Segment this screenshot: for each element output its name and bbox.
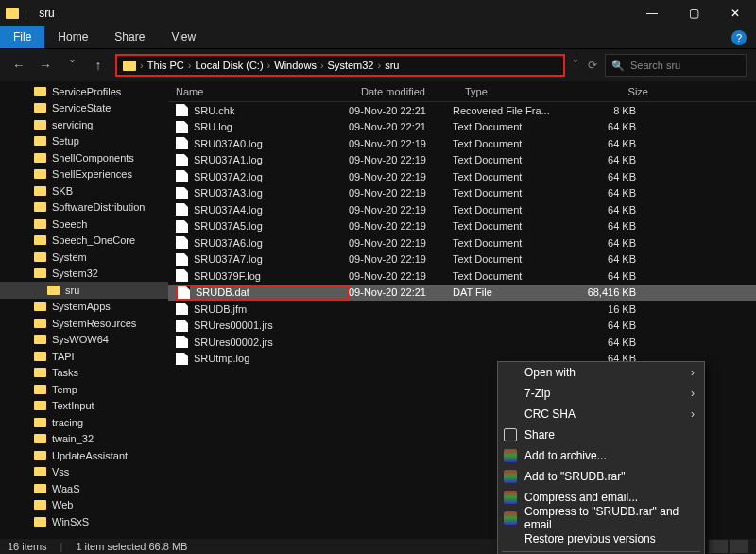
tree-label: sru	[65, 285, 79, 296]
tree-item[interactable]: WinSxS	[0, 513, 168, 530]
file-icon	[176, 253, 188, 266]
tree-item[interactable]: Setup	[0, 133, 168, 150]
menu-item[interactable]: 7-Zip›	[498, 383, 704, 404]
menu-item[interactable]: Restore previous versions	[498, 528, 704, 549]
tree-item[interactable]: ServiceProfiles	[0, 83, 168, 100]
help-button[interactable]: ?	[731, 30, 747, 45]
tree-item[interactable]: Speech_OneCore	[0, 233, 168, 250]
tree-item[interactable]: SystemResources	[0, 315, 168, 332]
file-row[interactable]: SRU037A2.log09-Nov-20 22:19Text Document…	[168, 168, 756, 185]
file-row[interactable]: SRU037A0.log09-Nov-20 22:19Text Document…	[168, 135, 756, 152]
file-row[interactable]: SRUres00002.jrs64 KB	[168, 334, 756, 351]
folder-icon	[34, 235, 46, 245]
col-name[interactable]: Name	[176, 86, 361, 97]
tree-item[interactable]: sru	[0, 282, 168, 299]
folder-icon	[34, 268, 46, 278]
tab-file[interactable]: File	[0, 26, 44, 48]
tree-item[interactable]: Vss	[0, 464, 168, 481]
tree-item[interactable]: SoftwareDistribution	[0, 199, 168, 216]
tree-item[interactable]: System	[0, 249, 168, 266]
tree-item[interactable]: UpdateAssistant	[0, 447, 168, 464]
search-box[interactable]: 🔍 Search sru	[605, 54, 747, 77]
address-bar[interactable]: › This PC› Local Disk (C:)› Windows› Sys…	[115, 54, 565, 77]
maximize-button[interactable]: ▢	[673, 0, 714, 26]
file-row[interactable]: SRU.chk09-Nov-20 22:21Recovered File Fra…	[168, 102, 756, 119]
file-row[interactable]: SRU037A7.log09-Nov-20 22:19Text Document…	[168, 251, 756, 268]
refresh-button[interactable]: ⟳	[588, 59, 597, 72]
tree-item[interactable]: System32	[0, 266, 168, 283]
status-selected: 1 item selected 66.8 MB	[76, 541, 187, 552]
crumb[interactable]: This PC	[147, 60, 184, 71]
file-list[interactable]: Name Date modified Type Size SRU.chk09-N…	[168, 81, 756, 539]
qat-divider: |	[25, 7, 27, 20]
nav-back-button[interactable]: ←	[9, 58, 28, 73]
view-details-button[interactable]	[709, 540, 728, 553]
tree-item[interactable]: ShellExperiences	[0, 166, 168, 183]
col-size[interactable]: Size	[588, 86, 663, 97]
tree-item[interactable]: WaaS	[0, 480, 168, 497]
file-row[interactable]: SRU037A1.log09-Nov-20 22:19Text Document…	[168, 152, 756, 169]
file-row[interactable]: SRU0379F.log09-Nov-20 22:19Text Document…	[168, 268, 756, 285]
file-row[interactable]: SRUres00001.jrs64 KB	[168, 318, 756, 335]
file-type: Text Document	[453, 138, 576, 149]
file-row[interactable]: SRU037A6.log09-Nov-20 22:19Text Document…	[168, 234, 756, 251]
menu-item[interactable]: Add to "SRUDB.rar"	[498, 466, 704, 487]
tree-item[interactable]: SKB	[0, 182, 168, 199]
file-row[interactable]: SRU.log09-Nov-20 22:21Text Document64 KB	[168, 119, 756, 136]
menu-item[interactable]: Open with›	[498, 362, 704, 383]
close-button[interactable]: ✕	[714, 0, 756, 26]
nav-history-button[interactable]: ˅	[62, 58, 81, 73]
folder-icon	[34, 500, 46, 510]
minimize-button[interactable]: —	[631, 0, 673, 26]
menu-label: Add to "SRUDB.rar"	[524, 470, 626, 483]
tree-item[interactable]: servicing	[0, 116, 168, 133]
menu-separator	[502, 551, 700, 552]
nav-up-button[interactable]: ↑	[89, 58, 108, 73]
tab-share[interactable]: Share	[101, 26, 158, 48]
crumb[interactable]: Windows	[274, 60, 317, 71]
tree-item[interactable]: Web	[0, 497, 168, 514]
file-row[interactable]: SRU037A3.log09-Nov-20 22:19Text Document…	[168, 185, 756, 202]
tree-item[interactable]: ServiceState	[0, 100, 168, 117]
file-name: SRUres00001.jrs	[194, 320, 273, 331]
nav-forward-button[interactable]: →	[36, 58, 55, 73]
tree-label: WaaS	[52, 483, 80, 494]
tree-item[interactable]: twain_32	[0, 431, 168, 448]
crumb[interactable]: System32	[328, 60, 374, 71]
col-date[interactable]: Date modified	[361, 86, 465, 97]
folder-icon	[34, 319, 46, 328]
file-icon	[176, 320, 188, 332]
addr-dropdown-button[interactable]: ˅	[573, 59, 578, 72]
file-date: 09-Nov-20 22:19	[349, 171, 453, 182]
tree-item[interactable]: SystemApps	[0, 299, 168, 316]
crumb[interactable]: Local Disk (C:)	[195, 60, 263, 71]
menu-item[interactable]: Add to archive...	[498, 445, 704, 466]
file-row[interactable]: SRUDB.jfm16 KB	[168, 301, 756, 318]
menu-item[interactable]: Compress to "SRUDB.rar" and email	[498, 508, 704, 528]
tree-item[interactable]: SysWOW64	[0, 332, 168, 349]
folder-icon	[34, 120, 46, 130]
file-row[interactable]: SRU037A5.log09-Nov-20 22:19Text Document…	[168, 218, 756, 235]
tree-label: ServiceProfiles	[52, 86, 121, 97]
menu-item[interactable]: CRC SHA›	[498, 404, 704, 424]
tree-item[interactable]: TAPI	[0, 348, 168, 365]
file-icon	[176, 220, 188, 233]
crumb[interactable]: sru	[385, 60, 399, 71]
menu-item[interactable]: Share	[498, 424, 704, 445]
tree-item[interactable]: Tasks	[0, 365, 168, 382]
file-date: 09-Nov-20 22:19	[349, 253, 453, 265]
tree-item[interactable]: tracing	[0, 414, 168, 431]
tree-item[interactable]: Temp	[0, 381, 168, 398]
file-row[interactable]: SRUDB.dat09-Nov-20 22:21DAT File68,416 K…	[168, 285, 756, 302]
tree-item[interactable]: Speech	[0, 216, 168, 233]
view-thumbnails-button[interactable]	[730, 540, 748, 553]
tab-home[interactable]: Home	[44, 26, 101, 48]
file-row[interactable]: SRU037A4.log09-Nov-20 22:19Text Document…	[168, 201, 756, 218]
tree-label: twain_32	[52, 433, 94, 444]
tree-item[interactable]: TextInput	[0, 398, 168, 415]
col-type[interactable]: Type	[465, 86, 588, 97]
column-headers[interactable]: Name Date modified Type Size	[168, 81, 756, 102]
tree-item[interactable]: ShellComponents	[0, 149, 168, 166]
tab-view[interactable]: View	[158, 26, 209, 48]
nav-tree[interactable]: ServiceProfilesServiceStateservicingSetu…	[0, 81, 168, 539]
